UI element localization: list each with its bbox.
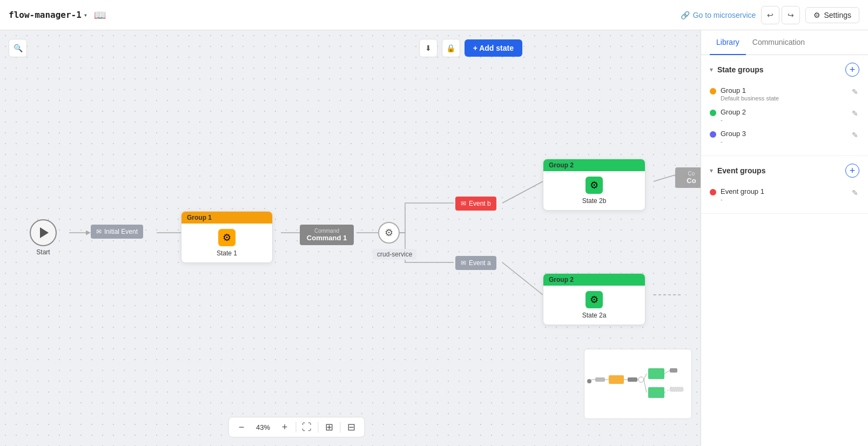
zoom-divider-2 (318, 422, 318, 433)
state1-box[interactable]: Group 1 ⚙ State 1 (181, 211, 273, 263)
state-group-2-dot (710, 110, 716, 116)
settings-icon: ⚙ (813, 11, 820, 19)
event-a-node[interactable]: ✉ Event a (455, 256, 496, 270)
go-to-microservice-button[interactable]: 🔗 Go to microservice (681, 11, 756, 19)
coco-sub: Co (682, 171, 701, 177)
zoom-controls: − 43% + ⛶ ⊞ ⊟ (228, 417, 365, 437)
event-groups-title-text: Event groups (717, 166, 765, 175)
export-button[interactable]: ⬇ (419, 39, 438, 57)
state-groups-collapse-button[interactable]: ▾ (710, 66, 713, 73)
canvas-toolbar-right: ⬇ 🔒 + Add state (419, 39, 522, 57)
state2b-icon: ⚙ (586, 177, 603, 194)
svg-line-6 (654, 175, 675, 181)
event-b-node[interactable]: ✉ Event b (455, 197, 496, 211)
redo-icon: ↪ (788, 11, 794, 19)
search-button[interactable]: 🔍 (9, 39, 27, 57)
book-icon[interactable]: 📖 (94, 9, 106, 21)
redo-button[interactable]: ↪ (782, 6, 800, 24)
sidebar-tabs: Library Communication (701, 30, 868, 55)
state-group-3-dot (710, 131, 716, 138)
state-group-1-sub: Default business state (721, 95, 779, 102)
zoom-divider-3 (340, 422, 340, 433)
undo-redo-group: ↩ ↪ (761, 6, 800, 24)
grid-button[interactable]: ⊟ (345, 421, 358, 434)
start-node[interactable]: Start (30, 219, 57, 246)
add-state-button[interactable]: + Add state (465, 39, 522, 57)
event-groups-section: ▾ Event groups + Event group 1 - ✎ (701, 156, 868, 214)
state2b-box[interactable]: Group 2 ⚙ State 2b (543, 159, 645, 211)
state-group-3-sub: - (721, 138, 746, 145)
tab-library-label: Library (716, 38, 739, 46)
svg-rect-8 (587, 379, 591, 383)
fit-view-icon: ⛶ (302, 422, 312, 433)
microservice-icon: 🔗 (681, 11, 690, 19)
event-b-label: Event b (469, 200, 491, 207)
export-icon: ⬇ (425, 44, 432, 52)
event-group-1-left: Event group 1 - (710, 187, 764, 202)
service-label-text: crud-service (377, 251, 412, 258)
event-b-envelope-icon: ✉ (461, 200, 466, 207)
state-groups-title: ▾ State groups (710, 65, 764, 74)
settings-button[interactable]: ⚙ Settings (805, 7, 859, 23)
tab-library[interactable]: Library (710, 30, 746, 55)
svg-rect-10 (609, 375, 624, 384)
title-chevron[interactable]: ▾ (84, 11, 88, 19)
zoom-level: 43% (252, 423, 274, 431)
command-sub: Command (306, 228, 347, 234)
event-groups-collapse-button[interactable]: ▾ (710, 167, 713, 174)
initial-event-label: Initial Event (104, 228, 138, 235)
canvas-area[interactable]: 🔍 ⬇ 🔒 + Add state (0, 30, 701, 446)
state-groups-section: ▾ State groups + Group 1 Default busines… (701, 55, 868, 156)
tab-communication[interactable]: Communication (746, 30, 811, 55)
event-groups-header: ▾ Event groups + (710, 164, 859, 178)
zoom-in-button[interactable]: + (278, 421, 291, 434)
add-state-group-button[interactable]: + (845, 63, 859, 77)
state-group-item-2: Group 2 - ✎ (710, 105, 859, 126)
state-group-2-sub: - (721, 117, 746, 123)
state-group-1-dot (710, 88, 716, 94)
coco-label: Co (682, 177, 701, 185)
state-groups-header: ▾ State groups + (710, 63, 859, 77)
state2a-icon: ⚙ (586, 291, 603, 308)
start-label: Start (36, 248, 50, 256)
command1-label: Command 1 (306, 234, 347, 242)
state2a-box[interactable]: Group 2 ⚙ State 2a (543, 273, 645, 325)
state-group-3-name: Group 3 (721, 130, 746, 138)
state-group-2-name: Group 2 (721, 108, 746, 116)
add-event-group-button[interactable]: + (845, 164, 859, 178)
event-group-1-info: Event group 1 - (721, 187, 764, 202)
state2a-group-header: Group 2 (543, 274, 645, 286)
command-coco-node[interactable]: Co Co (675, 167, 701, 188)
state-group-1-name: Group 1 (721, 86, 779, 94)
svg-point-12 (638, 377, 644, 382)
play-icon (40, 227, 49, 238)
lock-icon: 🔒 (446, 44, 455, 52)
zoom-out-button[interactable]: − (235, 421, 248, 434)
svg-line-22 (644, 380, 647, 393)
state-group-item-3: Group 3 - ✎ (710, 126, 859, 148)
title-text: flow-manager-1 (9, 10, 82, 20)
svg-rect-9 (595, 377, 605, 382)
event-group-1-name: Event group 1 (721, 187, 764, 195)
state-group-2-edit-button[interactable]: ✎ (851, 108, 859, 119)
undo-button[interactable]: ↩ (761, 6, 779, 24)
event-a-label: Event a (469, 259, 491, 267)
event-group-1-edit-button[interactable]: ✎ (851, 187, 859, 198)
command1-node[interactable]: Command Command 1 (300, 225, 354, 245)
state1-content: ⚙ State 1 (181, 224, 272, 262)
state-group-2-left: Group 2 - (710, 108, 746, 123)
state-group-1-edit-button[interactable]: ✎ (851, 86, 859, 97)
undo-icon: ↩ (767, 11, 773, 19)
state-group-3-edit-button[interactable]: ✎ (851, 130, 859, 140)
service-label: crud-service (373, 249, 416, 260)
initial-event-node[interactable]: ✉ Initial Event (91, 225, 143, 239)
state2a-content: ⚙ State 2a (543, 286, 645, 325)
state1-group-header: Group 1 (181, 212, 272, 224)
lock-button[interactable]: 🔒 (442, 39, 460, 57)
layout-button[interactable]: ⊞ (322, 421, 335, 434)
add-state-label: + Add state (473, 44, 514, 52)
gateway-node[interactable]: ⚙ (378, 222, 400, 244)
grid-icon: ⊟ (347, 421, 355, 433)
fit-view-button[interactable]: ⛶ (300, 421, 313, 434)
state1-label: State 1 (217, 249, 237, 257)
